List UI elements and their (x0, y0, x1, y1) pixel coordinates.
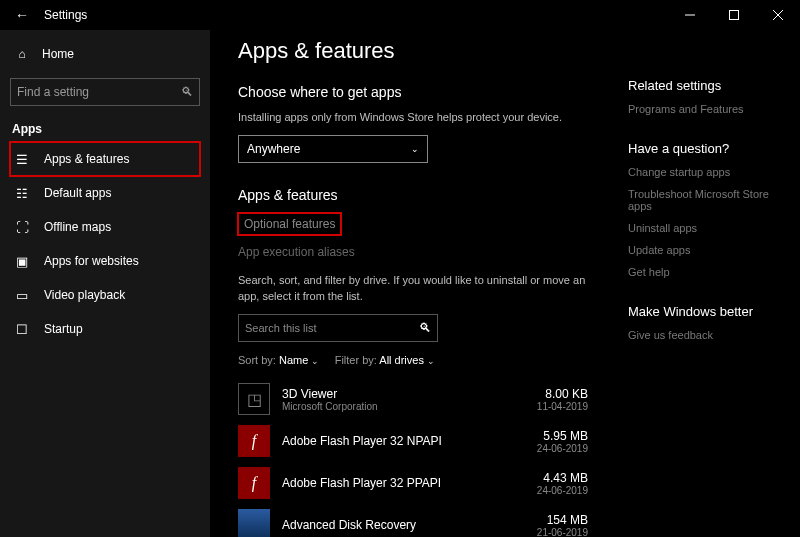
app-icon (238, 383, 270, 415)
right-column: Related settings Programs and Features H… (588, 38, 790, 537)
programs-features-link[interactable]: Programs and Features (628, 103, 790, 115)
close-button[interactable] (756, 0, 800, 30)
content: Apps & features Choose where to get apps… (238, 38, 588, 537)
app-icon: f (238, 467, 270, 499)
nav-startup[interactable]: ☐ Startup (10, 312, 200, 346)
app-list-search[interactable]: 🔍︎ (238, 314, 438, 342)
app-name: 3D Viewer (282, 387, 537, 401)
map-icon: ⛶ (14, 220, 30, 235)
apps-features-heading: Apps & features (238, 187, 588, 203)
help-link[interactable]: Update apps (628, 244, 790, 256)
sort-value[interactable]: Name (279, 354, 308, 366)
startup-icon: ☐ (14, 322, 30, 337)
app-publisher: Microsoft Corporation (282, 401, 537, 412)
sort-label: Sort by: (238, 354, 276, 366)
page-title: Apps & features (238, 38, 588, 64)
maximize-button[interactable] (712, 0, 756, 30)
back-button[interactable]: ← (10, 7, 34, 23)
sidebar: ⌂ Home 🔍︎ Apps ☰ Apps & features ☷ Defau… (0, 30, 210, 537)
choose-subtext: Installing apps only from Windows Store … (238, 110, 588, 125)
app-name: Adobe Flash Player 32 PPAPI (282, 476, 537, 490)
video-icon: ▭ (14, 288, 30, 303)
choose-heading: Choose where to get apps (238, 84, 588, 100)
default-icon: ☷ (14, 186, 30, 201)
nav-offline-maps[interactable]: ⛶ Offline maps (10, 210, 200, 244)
website-icon: ▣ (14, 254, 30, 269)
home-icon: ⌂ (14, 47, 30, 61)
nav-apps-websites[interactable]: ▣ Apps for websites (10, 244, 200, 278)
app-name: Advanced Disk Recovery (282, 518, 537, 532)
nav-label: Default apps (44, 186, 111, 200)
app-name: Adobe Flash Player 32 NPAPI (282, 434, 537, 448)
app-icon: f (238, 425, 270, 457)
help-link[interactable]: Change startup apps (628, 166, 790, 178)
nav-label: Apps & features (44, 152, 129, 166)
category-label: Apps (10, 122, 200, 136)
list-intro: Search, sort, and filter by drive. If yo… (238, 273, 588, 304)
nav-video-playback[interactable]: ▭ Video playback (10, 278, 200, 312)
help-link[interactable]: Uninstall apps (628, 222, 790, 234)
app-list: 3D ViewerMicrosoft Corporation8.00 KB11-… (238, 378, 588, 537)
filter-value[interactable]: All drives (379, 354, 424, 366)
search-icon: 🔍︎ (181, 85, 193, 99)
help-link[interactable]: Get help (628, 266, 790, 278)
better-heading: Make Windows better (628, 304, 790, 319)
nav-default-apps[interactable]: ☷ Default apps (10, 176, 200, 210)
app-list-search-input[interactable] (245, 322, 419, 334)
list-icon: ☰ (14, 152, 30, 167)
app-date: 11-04-2019 (537, 401, 588, 412)
optional-features-link[interactable]: Optional features (238, 213, 341, 235)
app-date: 24-06-2019 (537, 485, 588, 496)
nav-label: Apps for websites (44, 254, 139, 268)
search-icon: 🔍︎ (419, 321, 431, 335)
nav-label: Video playback (44, 288, 125, 302)
dropdown-value: Anywhere (247, 142, 300, 156)
app-size: 154 MB (537, 513, 588, 527)
sort-filter-row: Sort by: Name ⌄ Filter by: All drives ⌄ (238, 354, 588, 366)
app-row[interactable]: Advanced Disk Recovery154 MB21-06-2019 (238, 504, 588, 537)
feedback-link[interactable]: Give us feedback (628, 329, 790, 341)
window-title: Settings (44, 8, 87, 22)
nav-apps-features[interactable]: ☰ Apps & features (10, 142, 200, 176)
app-execution-aliases-link[interactable]: App execution aliases (238, 241, 588, 263)
chevron-down-icon: ⌄ (311, 356, 319, 366)
app-row[interactable]: fAdobe Flash Player 32 NPAPI5.95 MB24-06… (238, 420, 588, 462)
app-source-dropdown[interactable]: Anywhere ⌄ (238, 135, 428, 163)
settings-search[interactable]: 🔍︎ (10, 78, 200, 106)
app-date: 21-06-2019 (537, 527, 588, 537)
question-heading: Have a question? (628, 141, 790, 156)
nav-label: Offline maps (44, 220, 111, 234)
settings-search-input[interactable] (17, 85, 181, 99)
app-date: 24-06-2019 (537, 443, 588, 454)
app-size: 5.95 MB (537, 429, 588, 443)
app-row[interactable]: 3D ViewerMicrosoft Corporation8.00 KB11-… (238, 378, 588, 420)
home-label: Home (42, 47, 74, 61)
app-size: 4.43 MB (537, 471, 588, 485)
title-bar: ← Settings (0, 0, 800, 30)
chevron-down-icon: ⌄ (411, 144, 419, 154)
minimize-button[interactable] (668, 0, 712, 30)
home-nav[interactable]: ⌂ Home (10, 38, 200, 70)
app-row[interactable]: fAdobe Flash Player 32 PPAPI4.43 MB24-06… (238, 462, 588, 504)
related-heading: Related settings (628, 78, 790, 93)
svg-rect-1 (730, 11, 739, 20)
app-icon (238, 509, 270, 537)
filter-label: Filter by: (335, 354, 377, 366)
help-link[interactable]: Troubleshoot Microsoft Store apps (628, 188, 790, 212)
nav-label: Startup (44, 322, 83, 336)
chevron-down-icon: ⌄ (427, 356, 435, 366)
app-size: 8.00 KB (537, 387, 588, 401)
